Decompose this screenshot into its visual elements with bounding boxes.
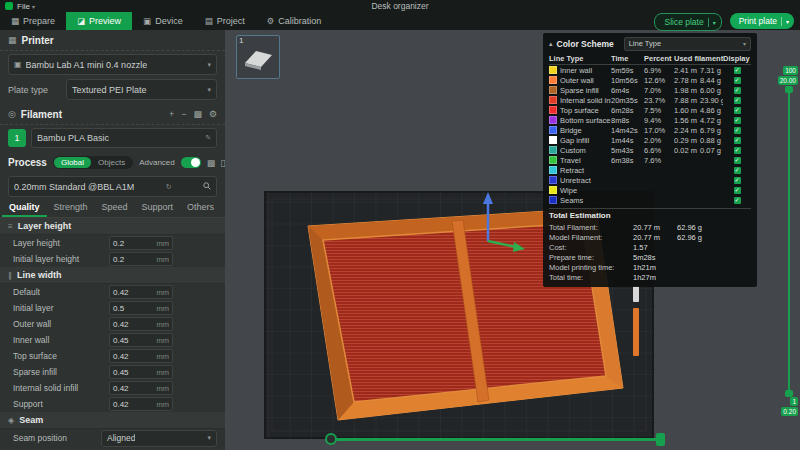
filament-section-title: Filament <box>21 109 62 120</box>
layer-slider-track[interactable] <box>788 88 790 395</box>
plate-type-select[interactable]: Textured PEI Plate ▾ <box>66 79 217 100</box>
print-plate-button[interactable]: Print plate ▾ <box>730 13 794 29</box>
tab-project[interactable]: ▤Project <box>194 12 256 30</box>
linetype-label: Custom <box>560 146 586 155</box>
collapse-icon[interactable]: ▴ <box>549 40 553 48</box>
seam-position-select[interactable]: Aligned ▾ <box>101 430 217 447</box>
display-checkbox[interactable]: ✓ <box>734 97 741 104</box>
display-checkbox[interactable]: ✓ <box>734 77 741 84</box>
tab-device[interactable]: ▣Device <box>132 12 194 30</box>
display-checkbox[interactable]: ✓ <box>734 197 741 204</box>
param-input[interactable]: 0.45mm <box>109 365 173 379</box>
tab-strength[interactable]: Strength <box>47 199 95 217</box>
legend-row: Retract✓ <box>549 165 751 175</box>
display-checkbox[interactable]: ✓ <box>734 137 741 144</box>
printer-section-header: ▦ Printer <box>0 30 225 51</box>
process-preset-select[interactable]: 0.20mm Standard @BBL A1M ↻ <box>8 176 217 197</box>
display-checkbox[interactable]: ✓ <box>734 107 741 114</box>
move-slider-end-handle[interactable] <box>656 433 665 446</box>
linetype-label: Inner wall <box>560 66 592 75</box>
app-logo-icon[interactable] <box>5 2 13 10</box>
compare-presets-icon[interactable]: ▩ <box>207 158 216 168</box>
scope-objects[interactable]: Objects <box>91 157 132 168</box>
file-menu[interactable]: File <box>17 2 30 11</box>
filament-g-cell: 4.86 g <box>700 106 723 115</box>
edit-filament-icon[interactable]: ✎ <box>201 134 211 142</box>
linetype-cell: Bridge <box>549 126 611 135</box>
param-input[interactable]: 0.2mm <box>109 236 173 250</box>
total-value-g: 62.96 g <box>677 223 751 232</box>
slice-plate-button[interactable]: Slice plate ▾ <box>654 13 721 31</box>
param-input[interactable]: 0.42mm <box>109 349 173 363</box>
layer-slider-bottom-handle[interactable] <box>785 390 793 397</box>
param-label: Layer height <box>13 238 109 248</box>
param-input[interactable]: 0.42mm <box>109 317 173 331</box>
process-scope-toggle[interactable]: Global Objects <box>53 156 133 169</box>
display-checkbox[interactable]: ✓ <box>734 187 741 194</box>
prepare-icon: ▦ <box>11 16 19 26</box>
percent-cell: 9.4% <box>644 116 674 125</box>
color-scheme-select[interactable]: Line Type ▾ <box>624 37 751 51</box>
remove-filament-button[interactable]: − <box>181 109 186 119</box>
param-input[interactable]: 0.45mm <box>109 333 173 347</box>
display-checkbox[interactable]: ✓ <box>734 127 741 134</box>
filament-g-cell: 0.07 g <box>700 146 723 155</box>
display-checkbox[interactable]: ✓ <box>734 87 741 94</box>
tab-preview[interactable]: ◪Preview <box>66 12 132 30</box>
linetype-swatch <box>549 126 557 134</box>
filament-settings-icon[interactable]: ⚙ <box>209 109 217 119</box>
param-input[interactable]: 0.42mm <box>109 397 173 411</box>
reset-preset-icon[interactable]: ↻ <box>162 183 172 191</box>
move-slider-start-handle[interactable] <box>325 433 337 445</box>
tab-calibration[interactable]: ⚙Calibration <box>256 12 333 30</box>
display-checkbox[interactable]: ✓ <box>734 147 741 154</box>
plate-thumbnail[interactable]: 1 <box>236 35 280 79</box>
chevron-down-icon: ▾ <box>203 61 211 69</box>
nozzle-icon: ▣ <box>14 60 22 69</box>
tab-quality[interactable]: Quality <box>2 199 47 217</box>
tab-others[interactable]: Others <box>180 199 221 217</box>
flush-volumes-icon[interactable]: ▩ <box>193 109 202 119</box>
move-slider-track[interactable] <box>330 438 662 441</box>
param-input[interactable]: 0.5mm <box>109 301 173 315</box>
layer-top-height: 20.00 <box>778 76 798 85</box>
display-checkbox[interactable]: ✓ <box>734 177 741 184</box>
layer-bottom-number: 1 <box>790 397 798 406</box>
scope-global[interactable]: Global <box>54 157 91 168</box>
seam-icon: ◈ <box>8 416 14 425</box>
param-value: 0.45 <box>113 336 129 345</box>
advanced-toggle[interactable] <box>181 157 201 168</box>
linetype-swatch <box>549 76 557 84</box>
3d-viewport[interactable]: 1 ▴ Color Scheme Line Type ▾ Line Type T… <box>225 30 800 450</box>
tab-prepare[interactable]: ▦Prepare <box>0 12 66 30</box>
param-input[interactable]: 0.42mm <box>109 285 173 299</box>
printer-select[interactable]: ▣ Bambu Lab A1 mini 0.4 nozzle ▾ <box>8 54 217 75</box>
param-input[interactable]: 0.42mm <box>109 381 173 395</box>
tab-support[interactable]: Support <box>135 199 181 217</box>
linetype-cell: Custom <box>549 146 611 155</box>
filament-section-header: ◎ Filament + − ▩ ⚙ <box>0 104 225 125</box>
filament-color-swatch[interactable]: 1 <box>8 129 26 147</box>
display-checkbox[interactable]: ✓ <box>734 167 741 174</box>
group-line-width: ∥ Line width <box>0 267 225 284</box>
total-row: Cost:1.57 <box>549 242 751 252</box>
seam-position-row: Seam position Aligned ▾ <box>0 429 225 447</box>
linetype-label: Seams <box>560 196 583 205</box>
display-checkbox[interactable]: ✓ <box>734 157 741 164</box>
display-checkbox[interactable]: ✓ <box>734 67 741 74</box>
param-input[interactable]: 0.2mm <box>109 252 173 266</box>
filament-select[interactable]: Bambu PLA Basic ✎ <box>31 128 217 148</box>
param-value: 0.42 <box>113 288 129 297</box>
filament-m-cell: 1.56 m <box>674 116 700 125</box>
display-checkbox[interactable]: ✓ <box>734 117 741 124</box>
tab-speed[interactable]: Speed <box>95 199 135 217</box>
expand-panel-icon[interactable]: ◫ <box>220 158 225 168</box>
search-icon[interactable] <box>199 182 211 191</box>
add-filament-button[interactable]: + <box>169 109 174 119</box>
total-row: Model Filament:20.77 m62.96 g <box>549 232 751 242</box>
chevron-down-icon[interactable]: ▾ <box>713 19 716 26</box>
chevron-down-icon[interactable]: ▾ <box>786 18 789 25</box>
chevron-down-icon: ▾ <box>203 86 211 94</box>
layer-slider-top-handle[interactable] <box>785 86 793 93</box>
param-value: 0.42 <box>113 400 129 409</box>
